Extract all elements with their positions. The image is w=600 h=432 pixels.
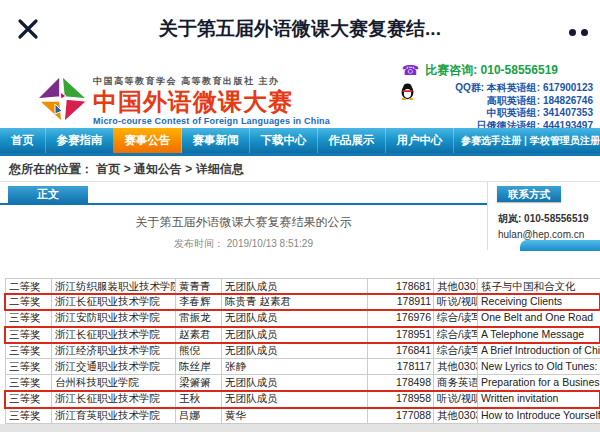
table-row: 二等奖 浙江纺织服装职业技术学院 黄青青 无团队成员 178681 其他0301…	[5, 278, 600, 294]
team-cell: 无团队成员	[221, 343, 367, 358]
title-cell: Preparation for a Business Phon	[477, 375, 600, 390]
consult-phone-line: ☎比赛咨询: 010-58556519	[402, 62, 558, 79]
telephone-icon: ☎	[402, 62, 419, 78]
qq-group-lines: QQ群: 本科英语组: 617900123高职英语组: 184826746中职英…	[402, 82, 593, 132]
table-row: 三等奖 浙江交通职业技术学院 陈丝岸 张静 178117 其他030305 Ne…	[5, 359, 600, 375]
entry-id-cell: 176841	[367, 343, 433, 358]
tab-article-body[interactable]: 正文	[8, 186, 88, 203]
contact-panel: 联系方式 胡岚: 010-58556519 hulan@hep.com.cn	[492, 182, 600, 278]
school-cell: 浙江交通职业技术学院	[51, 359, 175, 374]
entry-id-cell: 178498	[367, 375, 433, 390]
nav-register-link-0[interactable]: 参赛选手注册	[458, 134, 524, 148]
site-name-english: Micro-course Contest of Foreign Language…	[93, 116, 330, 126]
contact-person: 胡岚: 010-58556519	[498, 212, 600, 226]
name-cell: 熊倪	[175, 343, 221, 358]
table-row: 三等奖 浙江长征职业技术学院 王秋 无团队成员 178958 听说/视听说 Wr…	[5, 391, 600, 407]
table-row: 三等奖 浙江安防职业技术学院 雷振龙 无团队成员 176976 综合/读写03 …	[5, 310, 600, 326]
category-cell: 其他030105	[433, 279, 477, 293]
category-cell: 综合/读写03	[433, 327, 477, 342]
entry-id-cell: 178951	[367, 327, 433, 342]
category-cell: 听说/视听说	[433, 294, 477, 309]
separator: |	[524, 135, 527, 146]
award-cell: 三等奖	[5, 391, 51, 406]
app-titlebar: 关于第五届外语微课大赛复赛结...	[0, 0, 600, 57]
qq-penguin-icon	[400, 83, 415, 104]
page-title: 关于第五届外语微课大赛复赛结...	[60, 0, 540, 57]
team-cell: 无团队成员	[221, 310, 367, 325]
breadcrumb-path[interactable]: 首页 > 通知公告 > 详细信息	[96, 162, 243, 176]
name-cell: 李春辉	[175, 294, 221, 309]
nav-right-links: 参赛选手注册|学校管理员注册|登	[454, 128, 600, 153]
category-cell: 综合/读写03	[433, 310, 477, 325]
name-cell: 吕娜	[175, 408, 221, 423]
award-cell: 二等奖	[5, 294, 51, 309]
main-nav: 首页参赛指南赛事公告赛事新闻下载中心作品展示用户中心 参赛选手注册|学校管理员注…	[0, 128, 600, 156]
entry-id-cell: 178117	[367, 359, 433, 374]
breadcrumb: 您所在的位置： 首页 > 通知公告 > 详细信息	[0, 156, 600, 182]
school-cell: 浙江安防职业技术学院	[51, 310, 175, 325]
title-cell: Receiving Clients	[477, 294, 600, 309]
nav-item-0[interactable]: 首页	[0, 128, 46, 153]
nav-item-6[interactable]: 用户中心	[386, 128, 454, 153]
name-cell: 梁箫箫	[175, 375, 221, 390]
panel-button-partial[interactable]	[520, 240, 600, 251]
title-cell: A Brief Introduction of Chinese	[477, 343, 600, 358]
table-row: 三等奖 浙江长征职业技术学院 赵素君 无团队成员 178951 综合/读写03 …	[5, 327, 600, 343]
qq-group-line-0: QQ群: 本科英语组: 617900123	[402, 82, 593, 95]
award-cell: 三等奖	[5, 327, 51, 342]
nav-item-1[interactable]: 参赛指南	[46, 128, 114, 153]
content-area: 正文 关于第五届外语微课大赛复赛结果的公示 发布时间： 2019/10/13 8…	[0, 182, 600, 278]
school-cell: 浙江纺织服装职业技术学院	[51, 279, 175, 293]
entry-id-cell: 177088	[367, 408, 433, 423]
tab-contact-info[interactable]: 联系方式	[497, 186, 561, 202]
name-cell: 雷振龙	[175, 310, 221, 325]
name-cell: 黄青青	[175, 279, 221, 293]
award-cell: 三等奖	[5, 343, 51, 358]
nav-item-5[interactable]: 作品展示	[318, 128, 386, 153]
school-cell: 浙江经济职业技术学院	[51, 343, 175, 358]
breadcrumb-prefix: 您所在的位置：	[9, 162, 96, 176]
header-contact-block: ☎比赛咨询: 010-58556519 QQ群: 本科英语组: 61790012…	[402, 62, 595, 132]
school-cell: 浙江长征职业技术学院	[51, 327, 175, 342]
more-menu-icon[interactable]	[569, 29, 588, 36]
contact-email[interactable]: hulan@hep.com.cn	[498, 229, 600, 240]
award-cell: 三等奖	[5, 359, 51, 374]
team-cell: 无团队成员	[221, 327, 367, 342]
entry-id-cell: 178681	[367, 279, 433, 293]
school-cell: 浙江长征职业技术学院	[51, 391, 175, 406]
team-cell: 张静	[221, 359, 367, 374]
nav-item-3[interactable]: 赛事新闻	[182, 128, 250, 153]
category-cell: 商务英语03	[433, 375, 477, 390]
title-cell: One Belt and One Road	[477, 310, 600, 325]
category-cell: 其他030310	[433, 408, 477, 423]
table-row: 三等奖 浙江育英职业技术学院 吕娜 黄华 177088 其他030310 How…	[5, 408, 600, 424]
table-row: 三等奖 台州科技职业学院 梁箫箫 无团队成员 178498 商务英语03 Pre…	[5, 375, 600, 391]
team-cell: 黄华	[221, 408, 367, 423]
school-cell: 台州科技职业学院	[51, 375, 175, 390]
article-publish-date: 发布时间： 2019/10/13 8:51:29	[0, 237, 487, 251]
entry-id-cell: 178911	[367, 294, 433, 309]
title-cell: 筷子与中国和合文化	[477, 279, 600, 293]
results-table: 二等奖 浙江纺织服装职业技术学院 黄青青 无团队成员 178681 其他0301…	[5, 278, 600, 424]
entry-id-cell: 176976	[367, 310, 433, 325]
team-cell: 无团队成员	[221, 391, 367, 406]
contest-logo-icon	[33, 72, 91, 130]
page-bottom-strip	[0, 424, 600, 432]
entry-id-cell: 178958	[367, 391, 433, 406]
qq-group-line-2: 中职英语组: 341407353	[402, 107, 593, 120]
site-header: 中国高等教育学会 高等教育出版社 主办 中国外语微课大赛 Micro-cours…	[0, 57, 600, 128]
award-cell: 三等奖	[5, 408, 51, 423]
team-cell: 无团队成员	[221, 279, 367, 293]
table-row: 三等奖 浙江经济职业技术学院 熊倪 无团队成员 176841 综合/读写03 A…	[5, 343, 600, 359]
nav-item-2[interactable]: 赛事公告	[114, 128, 182, 153]
brand-block: 中国高等教育学会 高等教育出版社 主办 中国外语微课大赛 Micro-cours…	[93, 75, 330, 126]
close-icon[interactable]	[16, 17, 40, 41]
qq-groups-block: QQ群: 本科英语组: 617900123高职英语组: 184826746中职英…	[402, 82, 595, 132]
category-cell: 其他030305	[433, 359, 477, 374]
nav-register-link-1[interactable]: 学校管理员注册	[527, 134, 600, 148]
name-cell: 王秋	[175, 391, 221, 406]
award-cell: 二等奖	[5, 279, 51, 293]
name-cell: 陈丝岸	[175, 359, 221, 374]
nav-item-4[interactable]: 下载中心	[250, 128, 318, 153]
organizer-line: 中国高等教育学会 高等教育出版社 主办	[93, 75, 330, 88]
